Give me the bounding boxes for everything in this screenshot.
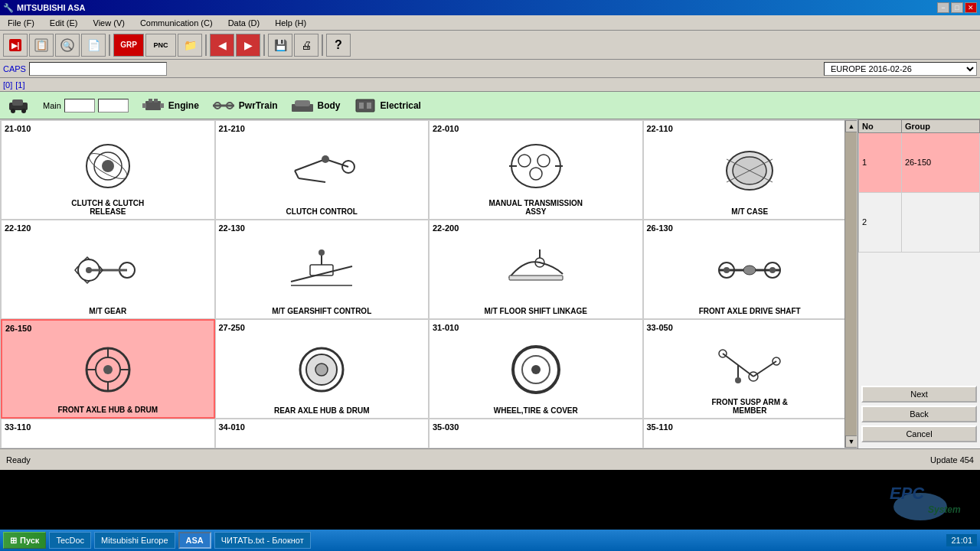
part-33-110[interactable]: 33-110: [1, 419, 215, 448]
nav-link-1[interactable]: [1]: [15, 80, 24, 90]
catbar: Main Engine PwrTrain Body: [0, 92, 980, 119]
powertrain-group: PwrTrain: [211, 96, 278, 115]
powertrain-label[interactable]: PwrTrain: [239, 100, 278, 111]
toolbar-btn-5[interactable]: 📁: [178, 34, 202, 57]
part-21-010[interactable]: 21-010 CLUTCH & CLUTCHRELEASE: [1, 120, 215, 220]
toolbar-btn-help[interactable]: ?: [326, 34, 351, 57]
part-27-250[interactable]: 27-250 REAR AXLE HUB & DRUM: [215, 319, 430, 419]
taskbar-notepad[interactable]: ЧИТАТЬ.txt - Блокнот: [214, 532, 311, 549]
body-group: Body: [290, 96, 341, 115]
col-no: No: [859, 120, 902, 133]
titlebar-controls: − □ ✕: [937, 2, 977, 13]
svg-point-40: [530, 168, 542, 180]
engine-label[interactable]: Engine: [168, 100, 199, 111]
toolbar-btn-1[interactable]: ▶|: [3, 34, 28, 57]
menu-data[interactable]: Data (D): [224, 17, 265, 29]
part-22-110[interactable]: 22-110 M/T CASE: [643, 120, 858, 220]
part-22-200[interactable]: 22-200 M/T FLOOR SHIFT LINKAGE: [429, 220, 643, 319]
start-button[interactable]: ⊞ Пуск: [3, 532, 46, 549]
toolbar-btn-3[interactable]: 🔍: [55, 34, 80, 57]
titlebar: 🔧 MITSUBISHI ASA − □ ✕: [0, 0, 980, 15]
svg-point-64: [743, 266, 756, 275]
app-title: MITSUBISHI ASA: [17, 3, 85, 12]
part-22-120[interactable]: 22-120 M/T GEAR: [1, 220, 215, 319]
titlebar-left: 🔧 MITSUBISHI ASA: [3, 3, 85, 13]
minimize-button[interactable]: −: [937, 2, 949, 13]
parts-grid: 21-010 CLUTCH & CLUTCHRELEASE 21-210: [0, 119, 858, 448]
svg-rect-17: [149, 99, 152, 103]
part-22-130[interactable]: 22-130 M/T GEARSHIFT CONTROL: [215, 220, 430, 319]
part-34-010[interactable]: 34-010: [215, 419, 430, 448]
toolbar-btn-png[interactable]: PNC: [145, 34, 176, 57]
next-button[interactable]: Next: [861, 386, 977, 403]
scroll-track[interactable]: [845, 132, 857, 435]
scroll-up-button[interactable]: ▲: [845, 120, 858, 132]
svg-point-54: [318, 249, 325, 256]
toolbar-btn-red[interactable]: GRP: [113, 34, 144, 57]
part-33-050[interactable]: 33-050 FRONT SUSP ARM &MEMBER: [643, 319, 858, 419]
taskbar-mitsubishi[interactable]: Mitsubishi Europe: [94, 532, 175, 549]
taskbar-time: 21:01: [946, 534, 977, 546]
scroll-down-button[interactable]: ▼: [845, 435, 858, 448]
toolbar-btn-2[interactable]: 📋: [29, 34, 54, 57]
group-row-2[interactable]: 2: [859, 192, 980, 252]
main-input[interactable]: [64, 99, 95, 112]
menu-edit[interactable]: Edit (E): [45, 17, 83, 29]
toolbar-btn-4[interactable]: 📄: [81, 34, 106, 57]
electrical-label[interactable]: Electrical: [381, 100, 421, 111]
taskbar-asa[interactable]: ASA: [178, 532, 211, 549]
part-21-210[interactable]: 21-210 CLUTCH CONTROL: [215, 120, 430, 220]
main-sub-group: Main: [43, 99, 129, 112]
address-input[interactable]: [29, 62, 167, 76]
svg-point-62: [724, 267, 730, 273]
close-button[interactable]: ✕: [965, 2, 977, 13]
electrical-icon: [353, 96, 377, 115]
main-label: Main: [43, 101, 61, 110]
caps-label[interactable]: CAPS: [3, 64, 26, 73]
toolbar-btn-print[interactable]: 🖨: [294, 34, 318, 57]
region-select[interactable]: EUROPE 2016-02-26: [824, 62, 977, 76]
svg-point-37: [511, 145, 560, 187]
scrollbar[interactable]: ▲ ▼: [844, 120, 857, 448]
svg-point-74: [315, 364, 328, 376]
svg-line-31: [295, 159, 325, 171]
svg-text:📄: 📄: [87, 39, 101, 52]
toolbar-sep-4: [322, 34, 323, 56]
engine-group: Engine: [141, 96, 199, 115]
maximize-button[interactable]: □: [951, 2, 963, 13]
navlinks: [0] [1]: [0, 78, 980, 92]
taskbar-tecdoc[interactable]: TecDoc: [49, 532, 91, 549]
group-row-1[interactable]: 1 26-150: [859, 133, 980, 193]
svg-point-63: [769, 267, 776, 273]
part-35-110[interactable]: 35-110: [643, 419, 858, 448]
part-26-150[interactable]: 26-150 FRONT AXLE HUB & DRUM: [1, 319, 215, 419]
statusbar: Ready Update 454: [0, 448, 980, 470]
menu-help[interactable]: Help (H): [270, 17, 311, 29]
col-group: Group: [901, 120, 979, 133]
toolbar-btn-prev[interactable]: ◀: [210, 34, 234, 57]
nav-link-0[interactable]: [0]: [3, 80, 12, 90]
svg-text:EPC: EPC: [890, 484, 925, 503]
electrical-group: Electrical: [353, 96, 421, 115]
menu-view[interactable]: View (V): [89, 17, 129, 29]
part-22-010[interactable]: 22-010 MANUAL TRANSMISSIONASSY: [429, 120, 643, 220]
part-35-030[interactable]: 35-030: [429, 419, 643, 448]
addressbar: CAPS EUROPE 2016-02-26: [0, 60, 980, 78]
svg-rect-11: [12, 99, 23, 106]
svg-point-50: [86, 267, 92, 273]
svg-text:System: System: [928, 504, 961, 515]
back-button[interactable]: Back: [861, 406, 977, 422]
powertrain-icon: [211, 96, 236, 115]
part-26-130[interactable]: 26-130 FRONT AXLE DRIVE SHAFT: [643, 220, 858, 319]
car-icon: [6, 96, 31, 115]
cancel-button[interactable]: Cancel: [861, 425, 977, 442]
body-label[interactable]: Body: [318, 100, 341, 111]
menu-file[interactable]: File (F): [3, 17, 39, 29]
toolbar-btn-next[interactable]: ▶: [236, 34, 260, 57]
toolbar-btn-save[interactable]: 💾: [268, 34, 292, 57]
menu-communication[interactable]: Communication (C): [136, 17, 217, 29]
svg-rect-18: [154, 99, 158, 103]
svg-rect-25: [359, 103, 364, 109]
sub-input[interactable]: [98, 99, 129, 112]
part-31-010[interactable]: 31-010 WHEEL,TIRE & COVER: [429, 319, 643, 419]
